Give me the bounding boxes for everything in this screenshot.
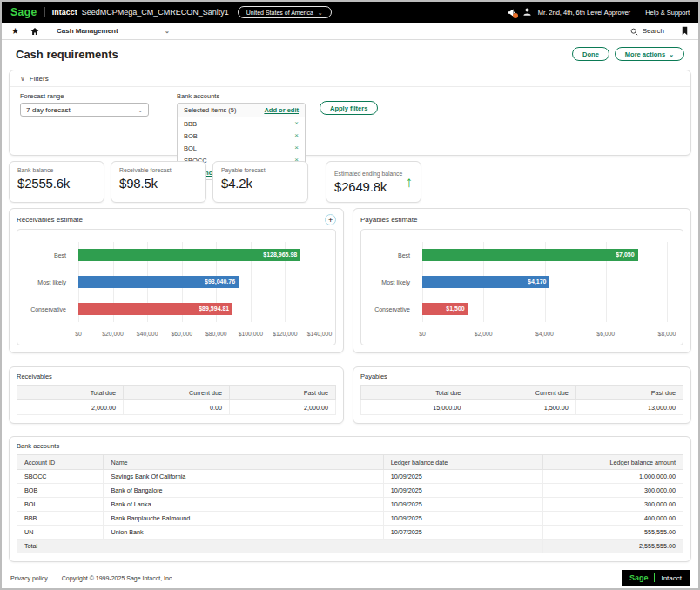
remove-item-icon[interactable]: ×: [294, 144, 299, 151]
cell: Savings Bank Of California: [104, 470, 383, 484]
add-chart-icon[interactable]: +: [325, 214, 336, 225]
remove-item-icon[interactable]: ×: [294, 132, 299, 139]
x-tick-label: $4,000: [535, 331, 554, 337]
column-header: Ledger balance date: [383, 455, 543, 470]
table-row: BBBBank Banplauche Balmound10/09/2025400…: [17, 512, 683, 526]
apply-filters-button[interactable]: Apply filters: [320, 101, 378, 115]
chevron-down-icon: ⌄: [669, 51, 674, 57]
more-actions-label: More actions: [625, 50, 665, 58]
kpi-card-receivable-forecast: Receivable forecast $98.5k: [111, 161, 206, 203]
app-window: Sage Intacct SeedMCPMega_CM_CMRECON_Sani…: [0, 0, 700, 590]
bar-row: $89,594.81: [78, 303, 320, 315]
chevron-down-icon: ∨: [20, 76, 25, 83]
x-tick-label: $0: [75, 331, 82, 337]
kpi-value: $98.5k: [119, 176, 198, 191]
page-actions: Done More actions ⌄: [572, 47, 684, 61]
chart-title: Receivables estimate: [17, 216, 83, 224]
cell: BOB: [17, 484, 104, 498]
receivables-estimate-card: Receivables estimate + BestMost likelyCo…: [9, 208, 344, 353]
search-label[interactable]: Search: [643, 27, 664, 35]
kpi-label: Payable forecast: [221, 167, 300, 173]
table-title: Payables: [360, 372, 683, 380]
x-axis-labels: $0$2,000$4,000$6,000$8,000: [422, 331, 667, 339]
filters-title: Filters: [30, 75, 49, 83]
bank-accounts-table: Account ID Name Ledger balance date Ledg…: [17, 454, 683, 553]
x-tick-label: $0: [419, 331, 426, 337]
divider: [44, 7, 45, 17]
cell: 400,000.00: [543, 512, 683, 526]
table-title: Bank accounts: [17, 442, 683, 450]
chart-header: Receivables estimate +: [17, 214, 336, 225]
kpi-main: Estimated ending balance $2649.8k: [334, 171, 406, 194]
kpi-label: Receivable forecast: [119, 167, 198, 173]
filters-toggle[interactable]: ∨ Filters: [10, 70, 690, 87]
kpi-value: $2555.6k: [17, 176, 96, 191]
kpi-card-bank-balance: Bank balance $2555.6k: [9, 161, 104, 203]
x-tick-label: $100,000: [239, 331, 263, 337]
total-label: Total: [17, 540, 543, 553]
category-label: Best: [398, 252, 410, 258]
forecast-range-select[interactable]: 7-day forecast ⌄: [20, 103, 149, 117]
product-name: Intacct: [52, 8, 77, 17]
bar-value-label: $7,050: [616, 249, 634, 261]
done-button[interactable]: Done: [572, 47, 609, 61]
selected-bank-account-label: BOB: [184, 132, 198, 140]
remove-item-icon[interactable]: ×: [294, 120, 299, 127]
chart-header: Payables estimate: [360, 214, 683, 225]
more-actions-button[interactable]: More actions ⌄: [615, 47, 684, 61]
bar-row: $7,050: [422, 249, 667, 261]
bar-value-label: $93,040.76: [205, 276, 235, 288]
kpi-card-estimated-ending-balance: Estimated ending balance $2649.8k ↑: [326, 161, 421, 203]
past-due-value: 2,000.00: [230, 400, 336, 415]
cell: Bank Banplauche Balmound: [104, 512, 383, 526]
cell: 555,555.00: [543, 526, 683, 540]
cell: Bank of Bangalore: [104, 484, 383, 498]
app-menu-cash-management[interactable]: Cash Management ⌄: [57, 27, 170, 35]
app-menu-label: Cash Management: [57, 27, 118, 35]
summary-tables-row: Receivables Total due Current due Past d…: [9, 366, 691, 424]
announcements-icon[interactable]: [507, 8, 516, 17]
add-or-edit-link[interactable]: Add or edit: [264, 106, 299, 114]
table-row: BOBBank of Bangalore10/09/2025300,000.00: [17, 484, 683, 498]
selected-bank-account: BBB×: [178, 117, 305, 130]
cell: BBB: [17, 512, 104, 526]
chevron-down-icon: ⌄: [165, 28, 170, 34]
cell: 10/07/2025: [383, 526, 543, 540]
bar-value-label: $128,965.98: [263, 249, 297, 261]
column-header: Current due: [468, 386, 575, 400]
user-icon: [522, 4, 532, 20]
bar-row: $93,040.76: [78, 276, 320, 288]
column-header: Total due: [17, 386, 124, 400]
kpi-row: Bank balance $2555.6k Receivable forecas…: [9, 161, 691, 203]
x-axis-labels: $0$20,000$40,000$60,000$80,000$100,000$1…: [78, 331, 320, 339]
page-title: Cash requirements: [16, 48, 118, 61]
sage-intacct-logo: Sage Intacct: [622, 570, 690, 586]
favorites-star-icon[interactable]: ★: [11, 27, 19, 36]
nav-right: Search: [630, 23, 689, 39]
bank-accounts-panel: Bank accounts Account ID Name Ledger bal…: [9, 436, 691, 562]
current-due-value: 1,500.00: [468, 400, 575, 415]
bookmark-icon[interactable]: [681, 26, 689, 36]
search-icon[interactable]: [630, 23, 638, 39]
home-icon[interactable]: [30, 27, 39, 36]
notification-badge: [513, 13, 518, 18]
bar-row: $4,170: [422, 276, 667, 288]
entity-selector[interactable]: United States of America ⌄: [238, 6, 332, 18]
cell: 300,000.00: [543, 498, 683, 512]
column-header: Past due: [230, 386, 336, 400]
payables-summary-table: Total due Current due Past due 15,000.00…: [360, 385, 683, 415]
help-support-link[interactable]: Help & Support: [645, 9, 690, 17]
column-header: Current due: [124, 386, 230, 400]
privacy-policy-link[interactable]: Privacy policy: [10, 575, 48, 581]
cell: 300,000.00: [543, 484, 683, 498]
kpi-value: $2649.8k: [334, 179, 406, 194]
x-tick-label: $40,000: [137, 331, 158, 337]
user-menu[interactable]: Mr. 2nd, 4th, 6th Level Approver: [538, 9, 630, 17]
x-tick-label: $2,000: [475, 331, 493, 337]
entity-label: United States of America: [246, 10, 313, 16]
kpi-card-payable-forecast: Payable forecast $4.2k: [212, 161, 308, 203]
bar-value-label: $1,500: [446, 303, 464, 315]
topbar-right: Mr. 2nd, 4th, 6th Level Approver Help & …: [507, 4, 690, 20]
current-due-value: 0.00: [124, 400, 230, 415]
footer: Privacy policy Copyright © 1999-2025 Sag…: [2, 567, 698, 588]
